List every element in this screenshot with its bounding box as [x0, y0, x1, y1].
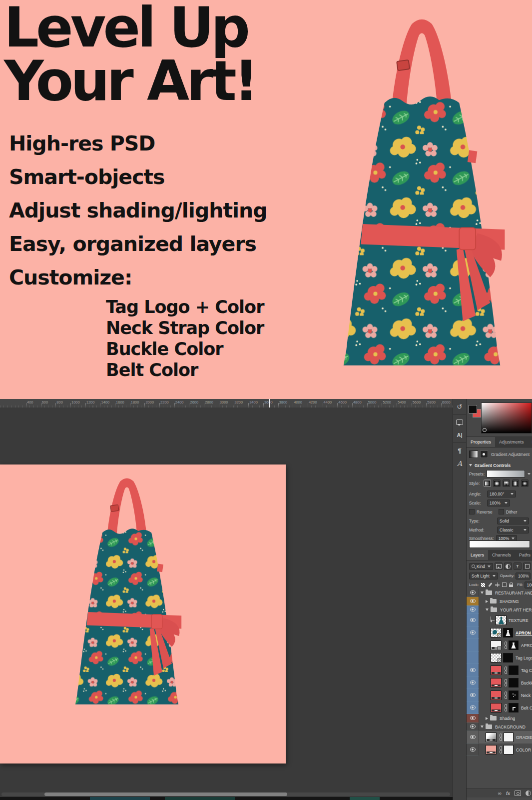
blend-mode-dropdown[interactable]: Soft Light: [469, 572, 498, 580]
fill-dropdown[interactable]: 100%: [525, 582, 532, 588]
visibility-toggle[interactable]: [467, 652, 479, 664]
comments-icon[interactable]: [453, 414, 466, 428]
layer-thumbnail[interactable]: [491, 666, 502, 675]
mask-link-icon[interactable]: [504, 666, 508, 674]
visibility-toggle[interactable]: [467, 702, 479, 714]
scrollbar-thumb[interactable]: [44, 792, 287, 796]
visibility-toggle[interactable]: [467, 722, 479, 731]
layer-thumbnail[interactable]: [486, 745, 497, 754]
gradient-preset-dropdown[interactable]: [487, 470, 525, 478]
eye-icon[interactable]: [470, 618, 476, 622]
type-dropdown[interactable]: Solid: [497, 518, 529, 524]
glyphs-panel-icon[interactable]: A: [453, 457, 466, 470]
mask-link-icon[interactable]: [504, 704, 508, 712]
panel-tab[interactable]: Libraries: [528, 437, 532, 447]
gradient-style-linear-button[interactable]: [484, 480, 491, 487]
eye-icon[interactable]: [470, 716, 476, 720]
filter-type-layers-button[interactable]: T: [514, 562, 522, 570]
section-caret-icon[interactable]: [469, 464, 472, 466]
layer-row[interactable]: Tag Logo: [467, 652, 532, 664]
history-icon[interactable]: ↺: [453, 400, 466, 413]
layer-mask-thumbnail[interactable]: [509, 666, 519, 675]
filter-pixel-layers-button[interactable]: [495, 562, 503, 570]
foreground-color-swatch[interactable]: [469, 405, 477, 414]
layer-row[interactable]: APRON PATT: [467, 626, 532, 639]
lock-position-button[interactable]: [494, 582, 500, 588]
document-canvas[interactable]: [0, 464, 286, 764]
gradient-style-reflected-button[interactable]: [512, 480, 520, 487]
link-layers-icon[interactable]: ∞: [498, 790, 502, 796]
caret-icon[interactable]: [486, 600, 488, 603]
mask-link-icon[interactable]: [499, 734, 503, 741]
lock-pixels-button[interactable]: [487, 582, 493, 588]
foreground-background-swatches[interactable]: [469, 405, 482, 418]
layer-group-row[interactable]: RESTAURANT AND H...EN APR: [467, 588, 532, 597]
layer-thumbnail[interactable]: [491, 628, 502, 638]
eye-icon[interactable]: [470, 748, 476, 752]
caret-icon[interactable]: [481, 726, 484, 728]
eye-icon[interactable]: [470, 668, 476, 672]
apron-artwork[interactable]: [64, 474, 190, 714]
eye-icon[interactable]: [470, 735, 476, 739]
dropdown-arrow-icon[interactable]: [528, 473, 531, 475]
gradient-style-diamond-button[interactable]: [521, 480, 529, 487]
color-picker-cursor[interactable]: [483, 428, 487, 432]
layer-mask-thumbnail[interactable]: [503, 628, 513, 638]
visibility-toggle[interactable]: [467, 639, 479, 652]
lock-all-button[interactable]: [508, 582, 514, 588]
caret-icon[interactable]: [481, 592, 484, 594]
caret-icon[interactable]: [486, 608, 489, 611]
layer-group-row[interactable]: YOUR ART HERE: [467, 606, 532, 614]
layer-row[interactable]: Neck Strap C: [467, 689, 532, 702]
panel-tab[interactable]: Layers: [467, 550, 488, 560]
paragraph-panel-icon[interactable]: ¶: [453, 442, 466, 457]
filter-shape-layers-button[interactable]: [523, 562, 531, 570]
canvas-pasteboard[interactable]: [0, 408, 453, 800]
layer-thumbnail[interactable]: [486, 732, 497, 742]
layer-row[interactable]: Belt Color: [467, 702, 532, 714]
visibility-toggle[interactable]: [467, 597, 479, 606]
layer-thumbnail[interactable]: [491, 703, 502, 712]
layer-row[interactable]: COLOR: [467, 744, 532, 756]
panel-tab[interactable]: Properties: [467, 437, 495, 447]
eye-icon[interactable]: [470, 590, 476, 594]
visibility-toggle[interactable]: [467, 689, 479, 702]
layer-row[interactable]: Buckle Color: [467, 676, 532, 689]
gradient-style-angle-button[interactable]: [503, 480, 510, 487]
eye-icon[interactable]: [470, 608, 476, 612]
dither-checkbox[interactable]: [499, 509, 504, 514]
layer-mask-thumbnail[interactable]: [504, 745, 514, 754]
angle-dropdown[interactable]: 180.00°: [487, 490, 516, 498]
visibility-toggle[interactable]: [467, 664, 479, 676]
visibility-toggle[interactable]: [467, 744, 479, 756]
lock-artboard-button[interactable]: [501, 582, 507, 588]
panel-tab[interactable]: Paths: [515, 550, 532, 560]
new-adjustment-layer-icon[interactable]: [526, 790, 531, 796]
opacity-dropdown[interactable]: 100%: [516, 572, 531, 580]
color-field[interactable]: [481, 402, 532, 434]
layer-thumbnail[interactable]: [491, 678, 502, 688]
layer-row[interactable]: APRON (COL: [467, 639, 532, 652]
layer-group-row[interactable]: BACKGROUND: [467, 722, 532, 731]
layer-row[interactable]: TEXTURE: [467, 614, 532, 626]
reverse-checkbox[interactable]: [469, 509, 475, 514]
add-layer-mask-icon[interactable]: [515, 790, 521, 796]
layer-mask-thumbnail[interactable]: [504, 732, 514, 742]
gradient-editor-bar[interactable]: [469, 540, 530, 548]
visibility-toggle[interactable]: [467, 714, 479, 722]
mask-link-icon[interactable]: [499, 746, 503, 754]
mask-link-icon[interactable]: [504, 679, 508, 686]
eye-icon[interactable]: [470, 706, 476, 710]
panel-tab[interactable]: Channels: [488, 550, 515, 560]
character-panel-icon[interactable]: A|: [453, 428, 466, 442]
gradient-controls-header[interactable]: Gradient Controls: [469, 462, 531, 469]
layer-mask-thumbnail[interactable]: [509, 703, 519, 712]
layer-row[interactable]: GRADIENT: [467, 731, 532, 744]
panel-tab[interactable]: Adjustments: [495, 437, 528, 447]
layer-thumbnail[interactable]: [491, 653, 502, 662]
visibility-toggle[interactable]: [467, 614, 479, 626]
layer-filter-dropdown[interactable]: Kind: [469, 563, 493, 570]
visibility-toggle[interactable]: [467, 588, 479, 597]
eye-icon[interactable]: [470, 599, 476, 603]
layer-thumbnail[interactable]: [491, 640, 502, 650]
